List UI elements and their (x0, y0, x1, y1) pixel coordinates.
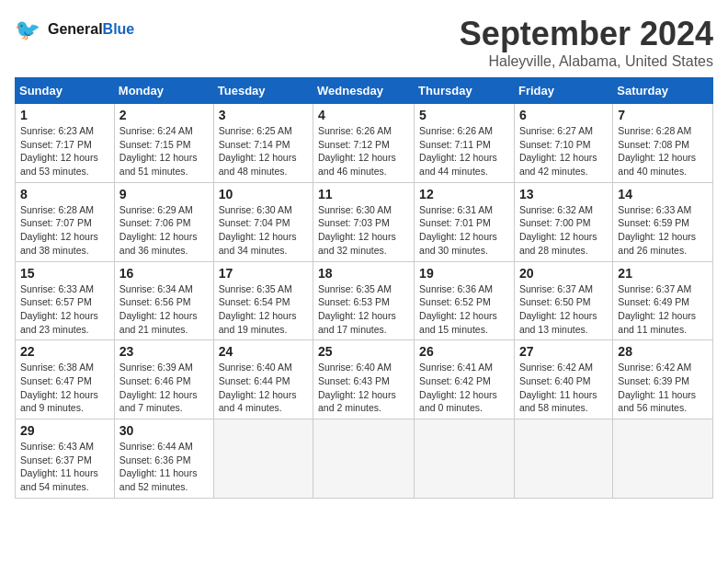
day-info: Sunrise: 6:38 AM Sunset: 6:47 PM Dayligh… (20, 361, 109, 415)
day-number: 23 (119, 344, 209, 359)
calendar-day-cell: 20Sunrise: 6:37 AM Sunset: 6:50 PM Dayli… (514, 261, 612, 340)
day-info: Sunrise: 6:26 AM Sunset: 7:11 PM Dayligh… (419, 124, 509, 178)
calendar-day-cell (313, 419, 415, 499)
day-number: 20 (519, 266, 608, 281)
calendar-week-row: 29Sunrise: 6:43 AM Sunset: 6:37 PM Dayli… (16, 419, 713, 499)
day-info: Sunrise: 6:27 AM Sunset: 7:10 PM Dayligh… (519, 124, 608, 178)
day-number: 21 (618, 266, 708, 281)
calendar-day-cell: 23Sunrise: 6:39 AM Sunset: 6:46 PM Dayli… (114, 340, 213, 419)
day-number: 4 (318, 108, 409, 122)
day-number: 22 (20, 344, 109, 359)
col-saturday: Saturday (613, 78, 713, 104)
calendar-day-cell: 18Sunrise: 6:35 AM Sunset: 6:53 PM Dayli… (313, 261, 415, 340)
day-info: Sunrise: 6:35 AM Sunset: 6:54 PM Dayligh… (219, 282, 308, 337)
day-info: Sunrise: 6:29 AM Sunset: 7:06 PM Dayligh… (119, 203, 209, 258)
day-info: Sunrise: 6:41 AM Sunset: 6:42 PM Dayligh… (419, 361, 509, 415)
calendar-day-cell: 11Sunrise: 6:30 AM Sunset: 7:03 PM Dayli… (313, 182, 415, 261)
col-wednesday: Wednesday (313, 78, 415, 104)
day-info: Sunrise: 6:42 AM Sunset: 6:40 PM Dayligh… (519, 361, 608, 415)
svg-text:🐦: 🐦 (15, 17, 40, 42)
calendar-day-cell: 16Sunrise: 6:34 AM Sunset: 6:56 PM Dayli… (114, 261, 213, 340)
location-subtitle: Haleyville, Alabama, United States (460, 53, 713, 70)
day-info: Sunrise: 6:26 AM Sunset: 7:12 PM Dayligh… (318, 124, 409, 178)
day-number: 15 (20, 266, 109, 281)
day-info: Sunrise: 6:36 AM Sunset: 6:52 PM Dayligh… (419, 282, 509, 337)
day-info: Sunrise: 6:32 AM Sunset: 7:00 PM Dayligh… (519, 203, 608, 258)
logo-icon: 🐦 (15, 15, 44, 44)
day-number: 18 (318, 266, 409, 281)
calendar-day-cell: 3Sunrise: 6:25 AM Sunset: 7:14 PM Daylig… (213, 104, 313, 183)
day-info: Sunrise: 6:34 AM Sunset: 6:56 PM Dayligh… (119, 282, 209, 337)
day-info: Sunrise: 6:40 AM Sunset: 6:43 PM Dayligh… (318, 361, 409, 415)
calendar-day-cell (613, 419, 713, 499)
calendar-day-cell (514, 419, 612, 499)
day-info: Sunrise: 6:24 AM Sunset: 7:15 PM Dayligh… (119, 124, 209, 178)
day-number: 16 (119, 266, 209, 281)
day-number: 24 (219, 344, 308, 359)
calendar-day-cell: 30Sunrise: 6:44 AM Sunset: 6:36 PM Dayli… (114, 419, 213, 499)
calendar-day-cell: 29Sunrise: 6:43 AM Sunset: 6:37 PM Dayli… (16, 419, 115, 499)
page-header: 🐦 GeneralBlue September 2024 Haleyville,… (15, 15, 713, 70)
logo: 🐦 GeneralBlue (15, 15, 134, 44)
col-tuesday: Tuesday (213, 78, 313, 104)
day-info: Sunrise: 6:42 AM Sunset: 6:39 PM Dayligh… (618, 361, 708, 415)
day-number: 1 (20, 108, 109, 122)
calendar-week-row: 15Sunrise: 6:33 AM Sunset: 6:57 PM Dayli… (16, 261, 713, 340)
day-number: 17 (219, 266, 308, 281)
col-friday: Friday (514, 78, 612, 104)
day-info: Sunrise: 6:43 AM Sunset: 6:37 PM Dayligh… (20, 440, 109, 494)
calendar-day-cell: 19Sunrise: 6:36 AM Sunset: 6:52 PM Dayli… (415, 261, 515, 340)
calendar-day-cell: 6Sunrise: 6:27 AM Sunset: 7:10 PM Daylig… (514, 104, 612, 183)
calendar-day-cell: 10Sunrise: 6:30 AM Sunset: 7:04 PM Dayli… (213, 182, 313, 261)
day-number: 30 (119, 423, 209, 438)
calendar-day-cell: 12Sunrise: 6:31 AM Sunset: 7:01 PM Dayli… (415, 182, 515, 261)
day-number: 3 (219, 108, 308, 122)
calendar-day-cell: 26Sunrise: 6:41 AM Sunset: 6:42 PM Dayli… (415, 340, 515, 419)
calendar-day-cell: 21Sunrise: 6:37 AM Sunset: 6:49 PM Dayli… (613, 261, 713, 340)
calendar-day-cell: 9Sunrise: 6:29 AM Sunset: 7:06 PM Daylig… (114, 182, 213, 261)
day-info: Sunrise: 6:33 AM Sunset: 6:59 PM Dayligh… (618, 203, 708, 258)
day-info: Sunrise: 6:30 AM Sunset: 7:04 PM Dayligh… (219, 203, 308, 258)
calendar-day-cell: 14Sunrise: 6:33 AM Sunset: 6:59 PM Dayli… (613, 182, 713, 261)
day-info: Sunrise: 6:28 AM Sunset: 7:07 PM Dayligh… (20, 203, 109, 258)
title-area: September 2024 Haleyville, Alabama, Unit… (460, 15, 713, 70)
day-info: Sunrise: 6:33 AM Sunset: 6:57 PM Dayligh… (20, 282, 109, 337)
calendar-day-cell: 13Sunrise: 6:32 AM Sunset: 7:00 PM Dayli… (514, 182, 612, 261)
day-info: Sunrise: 6:40 AM Sunset: 6:44 PM Dayligh… (219, 361, 308, 415)
day-number: 5 (419, 108, 509, 122)
day-number: 12 (419, 187, 509, 201)
calendar-day-cell: 15Sunrise: 6:33 AM Sunset: 6:57 PM Dayli… (16, 261, 115, 340)
calendar-day-cell: 25Sunrise: 6:40 AM Sunset: 6:43 PM Dayli… (313, 340, 415, 419)
day-number: 25 (318, 344, 409, 359)
day-info: Sunrise: 6:23 AM Sunset: 7:17 PM Dayligh… (20, 124, 109, 178)
day-info: Sunrise: 6:25 AM Sunset: 7:14 PM Dayligh… (219, 124, 308, 178)
calendar-day-cell: 24Sunrise: 6:40 AM Sunset: 6:44 PM Dayli… (213, 340, 313, 419)
calendar-week-row: 22Sunrise: 6:38 AM Sunset: 6:47 PM Dayli… (16, 340, 713, 419)
day-info: Sunrise: 6:28 AM Sunset: 7:08 PM Dayligh… (618, 124, 708, 178)
day-info: Sunrise: 6:44 AM Sunset: 6:36 PM Dayligh… (119, 440, 209, 494)
day-number: 9 (119, 187, 209, 201)
day-number: 19 (419, 266, 509, 281)
calendar-week-row: 1Sunrise: 6:23 AM Sunset: 7:17 PM Daylig… (16, 104, 713, 183)
calendar-day-cell: 28Sunrise: 6:42 AM Sunset: 6:39 PM Dayli… (613, 340, 713, 419)
calendar-day-cell: 4Sunrise: 6:26 AM Sunset: 7:12 PM Daylig… (313, 104, 415, 183)
calendar-header-row: Sunday Monday Tuesday Wednesday Thursday… (16, 78, 713, 104)
day-info: Sunrise: 6:35 AM Sunset: 6:53 PM Dayligh… (318, 282, 409, 337)
day-info: Sunrise: 6:30 AM Sunset: 7:03 PM Dayligh… (318, 203, 409, 258)
logo-text: GeneralBlue (48, 21, 134, 38)
day-number: 26 (419, 344, 509, 359)
day-number: 27 (519, 344, 608, 359)
day-number: 6 (519, 108, 608, 122)
day-number: 11 (318, 187, 409, 201)
calendar-week-row: 8Sunrise: 6:28 AM Sunset: 7:07 PM Daylig… (16, 182, 713, 261)
day-number: 8 (20, 187, 109, 201)
calendar-day-cell: 7Sunrise: 6:28 AM Sunset: 7:08 PM Daylig… (613, 104, 713, 183)
col-monday: Monday (114, 78, 213, 104)
calendar-day-cell: 1Sunrise: 6:23 AM Sunset: 7:17 PM Daylig… (16, 104, 115, 183)
calendar-table: Sunday Monday Tuesday Wednesday Thursday… (15, 77, 713, 499)
calendar-day-cell: 22Sunrise: 6:38 AM Sunset: 6:47 PM Dayli… (16, 340, 115, 419)
month-title: September 2024 (460, 15, 713, 53)
day-info: Sunrise: 6:31 AM Sunset: 7:01 PM Dayligh… (419, 203, 509, 258)
calendar-day-cell: 8Sunrise: 6:28 AM Sunset: 7:07 PM Daylig… (16, 182, 115, 261)
day-info: Sunrise: 6:39 AM Sunset: 6:46 PM Dayligh… (119, 361, 209, 415)
